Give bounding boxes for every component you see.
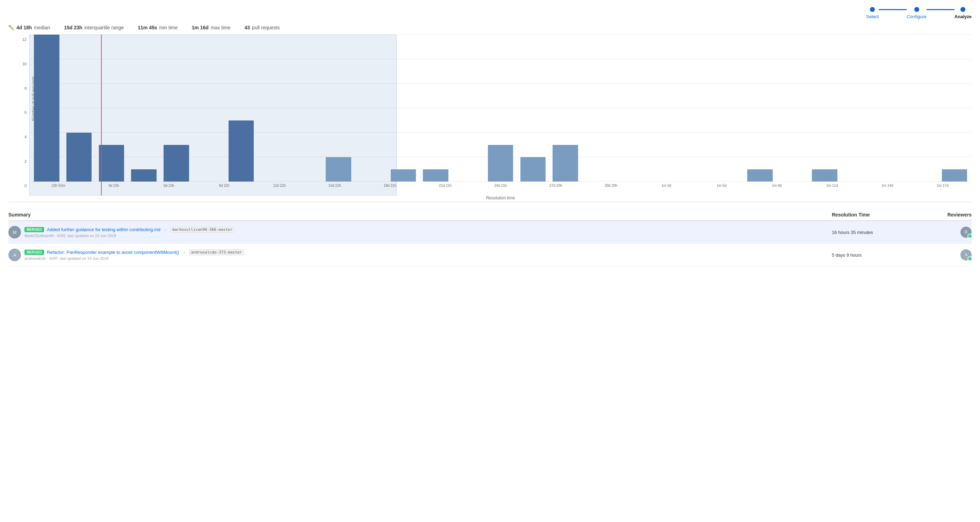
bar-16[interactable] [552,145,578,182]
chart-container[interactable]: 12 10 8 6 4 2 0 Number of pull requests [8,35,972,202]
table-row[interactable]: A MERGED Refactor: PanResponder example … [8,244,972,267]
wizard-dot-analyze [961,7,965,12]
bar-group-25[interactable] [841,35,873,182]
pr-meta-2: andrwsalcdo · #297, last updated on 14 J… [24,256,244,260]
chart-plot[interactable]: 23h 53m3d 23h6d 23h9d 22h12d 22h15d 22h1… [29,35,972,195]
bar-group-22[interactable] [744,35,776,182]
bar-group-9[interactable] [323,35,355,182]
x-label-14: 1m 11d [805,184,860,187]
x-label-5: 15d 22h [307,184,363,187]
y-axis: 12 10 8 6 4 2 0 [8,35,29,202]
bar-group-24[interactable] [809,35,840,182]
wizard-label-configure[interactable]: Configure [907,14,926,19]
pr-title-link-1[interactable]: Added further guidance for testing withi… [47,227,161,232]
bar-11[interactable] [391,169,416,182]
x-label-3: 9d 22h [196,184,251,187]
bar-28[interactable] [942,169,967,182]
bar-group-23[interactable] [776,35,808,182]
y-tick-6: 6 [24,110,27,114]
bar-3[interactable] [131,169,157,182]
y-tick-2: 2 [24,159,27,163]
wizard-line-2 [926,9,955,10]
x-axis: 23h 53m3d 23h6d 23h9d 22h12d 22h15d 22h1… [29,182,972,195]
bar-group-21[interactable] [711,35,743,182]
bar-group-13[interactable] [452,35,484,182]
median-line [101,35,102,195]
stat-max: 1m 16d max time [191,25,230,30]
bar-group-2[interactable] [96,35,127,182]
bar-0[interactable] [34,35,59,182]
bars-area[interactable] [29,35,972,182]
bar-group-20[interactable] [679,35,711,182]
stat-prs: 43 pull requests [245,25,280,30]
wizard-step-select[interactable]: Select [866,7,879,19]
x-label-9: 27d 20h [528,184,583,187]
bar-group-7[interactable] [258,35,290,182]
wizard-step-configure[interactable]: Configure [907,7,926,19]
bar-group-17[interactable] [582,35,614,182]
x-label-15: 1m 14d [860,184,915,187]
bar-group-10[interactable] [355,35,387,182]
col-header-summary: Summary [8,212,832,217]
resolution-time-2: 5 days 9 hours [832,252,909,258]
merged-badge-2: MERGED [24,250,44,255]
bar-group-14[interactable] [485,35,517,182]
bar-group-19[interactable] [647,35,679,182]
bar-group-18[interactable] [614,35,646,182]
bar-group-6[interactable] [226,35,257,182]
bar-24[interactable] [812,169,837,182]
x-label-2: 6d 23h [141,184,196,187]
wizard-label-analyze[interactable]: Analyze [955,14,972,19]
wizard-dot-configure [914,7,919,12]
bar-9[interactable] [326,157,351,182]
y-tick-4: 4 [24,135,27,139]
pr-title-row-1: MERGED Added further guidance for testin… [24,227,234,233]
bar-12[interactable] [423,169,449,182]
x-label-13: 1m 8d [749,184,805,187]
bar-group-28[interactable] [939,35,970,182]
bar-6[interactable] [229,121,254,182]
bar-group-11[interactable] [387,35,419,182]
y-tick-10: 10 [22,62,27,66]
bar-group-4[interactable] [161,35,192,182]
x-label-6: 18d 21h [363,184,418,187]
bar-1[interactable] [67,133,92,182]
avatar-1: M [8,226,21,238]
bar-2[interactable] [99,145,124,182]
x-label-8: 24d 21h [473,184,528,187]
bar-group-16[interactable] [549,35,581,182]
bar-22[interactable] [747,169,773,182]
pr-info-1: M MERGED Added further guidance for test… [8,226,832,238]
bar-4[interactable] [164,145,189,182]
merged-badge-1: MERGED [24,227,44,232]
table-row[interactable]: M MERGED Added further guidance for test… [8,221,972,244]
summary-header: Summary Resolution Time Reviewers [8,209,972,221]
bar-group-5[interactable] [193,35,225,182]
x-axis-label: Resolution time [29,195,972,202]
bar-group-26[interactable] [874,35,905,182]
check-badge-2 [967,256,972,261]
bar-15[interactable] [520,157,546,182]
avatar-2: A [8,249,21,261]
bar-group-0[interactable] [31,35,62,182]
pr-title-link-2[interactable]: Refactor: PanResponder example to avoid … [47,250,179,255]
y-tick-0: 0 [24,184,27,188]
chart-inner: 12 10 8 6 4 2 0 Number of pull requests [8,35,972,202]
wizard-label-select[interactable]: Select [866,14,879,19]
bar-group-3[interactable] [128,35,160,182]
x-label-0: 23h 53m [31,184,86,187]
bar-14[interactable] [488,145,514,182]
stat-iqr-label: interquartile range [84,25,124,30]
bar-group-8[interactable] [290,35,322,182]
x-label-12: 1m 5d [694,184,749,187]
arrow-2: → [182,250,186,255]
pr-details-2: MERGED Refactor: PanResponder example to… [24,249,244,260]
bar-group-12[interactable] [420,35,452,182]
bar-group-27[interactable] [906,35,938,182]
bar-group-15[interactable] [517,35,549,182]
bar-group-1[interactable] [63,35,95,182]
wizard-step-analyze[interactable]: Analyze [955,7,972,19]
reviewer-cell-1: R [909,227,972,238]
y-tick-12: 12 [22,37,27,41]
stats-bar: ✏️ 4d 18h median 15d 23h interquartile r… [8,25,972,30]
